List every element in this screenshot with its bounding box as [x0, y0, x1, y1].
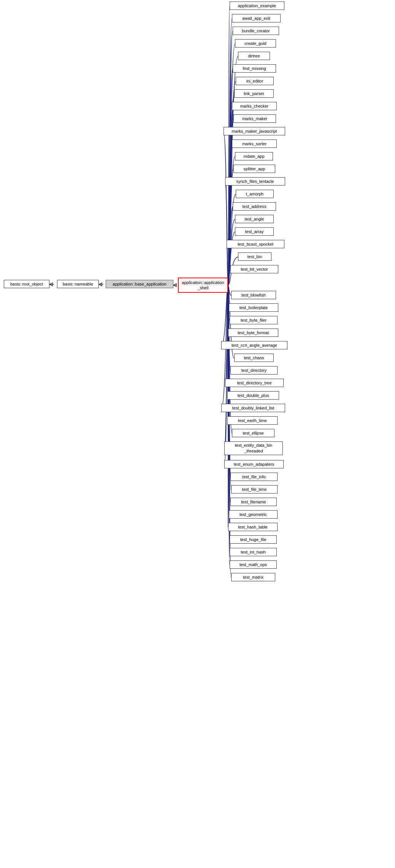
node-test-entity-data-bin-threaded[interactable]: test_entity_data_bin_threaded [224, 441, 283, 455]
node-test-geometric[interactable]: test_geometric [229, 510, 278, 519]
node-label: basis::nameable [63, 282, 93, 286]
node-test-directory-tree[interactable]: test_directory_tree [225, 379, 284, 387]
node-test-bit-vector[interactable]: test_bit_vector [230, 265, 278, 273]
node-test-bcast-spocket[interactable]: test_bcast_spocket [227, 240, 284, 248]
node-create-guid[interactable]: create_guid [235, 39, 276, 48]
node-test-file-info[interactable]: test_file_info [230, 473, 278, 481]
node-synch-files-tentacle[interactable]: synch_files_tentacle [225, 177, 285, 186]
node-test-blowfish[interactable]: test_blowfish [231, 291, 276, 299]
svg-marker-3 [99, 283, 102, 286]
node-test-angle[interactable]: test_angle [235, 215, 274, 223]
node-link-parser[interactable]: link_parser [234, 89, 274, 98]
node-test-byte-filer[interactable]: test_byte_filer [230, 316, 278, 324]
node-test-boilerplate[interactable]: test_boilerplate [229, 303, 278, 312]
node-test-array[interactable]: test_array [235, 227, 274, 236]
node-basis-nameable[interactable]: basis::nameable [57, 280, 99, 288]
node-test-huge-file[interactable]: test_huge_file [230, 535, 277, 544]
node-label: application::base_application [113, 282, 166, 286]
node-marks-checker[interactable]: marks_checker [232, 102, 277, 110]
node-test-enum-adapaters[interactable]: test_enum_adapaters [224, 460, 284, 468]
node-test-matrix[interactable]: test_matrix [231, 573, 275, 581]
node-test-chaos[interactable]: test_chaos [234, 354, 274, 362]
node-mdate-app[interactable]: mdate_app [235, 152, 273, 160]
node-marks-maker-javascript[interactable]: marks_maker_javascript [224, 127, 285, 135]
svg-marker-5 [173, 284, 176, 287]
diagram-container: basis::root_object basis::nameable appli… [0, 0, 395, 868]
node-bundle-creator[interactable]: bundle_creator [233, 27, 279, 35]
node-label: basis::root_object [10, 282, 43, 286]
node-dirtree[interactable]: dirtree [238, 52, 270, 60]
node-test-filename[interactable]: test_filename [230, 498, 277, 506]
node-test-file-time[interactable]: test_file_time [231, 485, 278, 494]
node-application-example[interactable]: application_example [230, 2, 284, 10]
node-test-int-hash[interactable]: test_int_hash [230, 548, 277, 556]
node-ini-editor[interactable]: ini_editor [236, 77, 274, 85]
node-application-base[interactable]: application::base_application [106, 280, 173, 288]
node-t-amorph[interactable]: t_amorph [236, 190, 274, 198]
node-test-math-ops[interactable]: test_math_ops [230, 560, 277, 569]
node-test-earth-time[interactable]: test_earth_time [227, 416, 278, 425]
node-test-hash-table[interactable]: test_hash_table [228, 523, 278, 531]
node-test-doubly-linked-list[interactable]: test_doubly_linked_list [221, 404, 285, 412]
node-basis-root-object[interactable]: basis::root_object [4, 280, 49, 288]
node-find-missing[interactable]: find_missing [233, 64, 276, 73]
node-marks-sorter[interactable]: marks_sorter [232, 140, 277, 148]
node-splitter-app[interactable]: splitter_app [233, 165, 275, 173]
node-application-shell[interactable]: application::application_shell [178, 278, 228, 293]
node-test-ellipse[interactable]: test_ellipse [232, 429, 274, 437]
node-test-ccri-angle-average[interactable]: test_ccri_angle_average [221, 341, 287, 349]
node-test-double-plus[interactable]: test_double_plus [227, 391, 279, 400]
node-test-byte-format[interactable]: test_byte_format [228, 328, 278, 337]
node-test-bin[interactable]: test_bin [238, 252, 271, 261]
node-test-address[interactable]: test_address [233, 202, 276, 211]
node-await-app-exit[interactable]: await_app_exit [232, 14, 281, 22]
svg-marker-1 [49, 283, 52, 286]
node-label: application::application_shell [182, 280, 224, 291]
node-test-directory[interactable]: test_directory [230, 366, 278, 374]
connection-lines [0, 0, 395, 868]
node-marks-maker[interactable]: marks_maker [233, 114, 276, 123]
